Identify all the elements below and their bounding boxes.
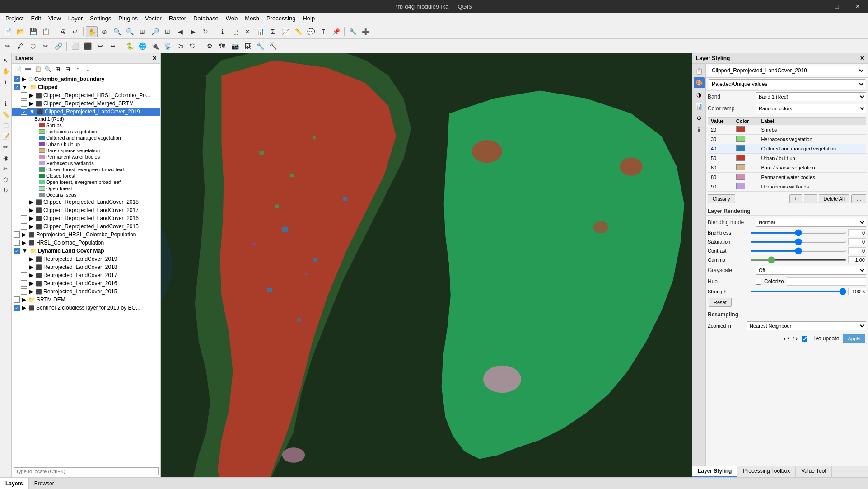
layer-item[interactable]: ▶ ⬛ Clipped_Reprojected_HRSL_Colombo_Po.… <box>12 91 160 99</box>
layer-item[interactable]: ▶ ⬛ Reprojected_LandCover_2016 <box>12 279 160 287</box>
form-tool[interactable]: 📝 <box>1 131 11 141</box>
expand-icon[interactable]: ▶ <box>22 231 26 238</box>
menu-layer[interactable]: Layer <box>65 14 87 23</box>
color-cell[interactable] <box>733 135 758 144</box>
layer-item[interactable]: ▶ ⬛ Reprojected_LandCover_2017 <box>12 271 160 279</box>
digitize-btn8[interactable]: ↩ <box>94 41 106 52</box>
layer-visibility-check[interactable] <box>21 100 27 107</box>
classify-button[interactable]: Classify <box>708 194 735 203</box>
reshape-tool[interactable]: ⬡ <box>1 174 11 184</box>
expand-icon[interactable]: ▶ <box>29 92 33 99</box>
plugin-btn2[interactable]: 🌐 <box>136 41 148 52</box>
transparency-icon[interactable]: ◑ <box>694 89 705 100</box>
table-row[interactable]: 40 Cultured and managed vegetation <box>708 144 866 154</box>
layer-visibility-check[interactable] <box>21 223 27 230</box>
expand-icon[interactable]: ▶ <box>29 272 33 278</box>
symbology-icon[interactable]: 🎨 <box>694 77 705 88</box>
digitize-tool[interactable]: ✏ <box>1 142 11 152</box>
filter-layer-btn[interactable]: 🔍 <box>43 65 52 74</box>
layer-item[interactable]: ▶ ⬛ Reprojected_HRSL_Colombo_Population <box>12 230 160 239</box>
gamma-slider[interactable] <box>750 259 846 261</box>
color-ramp-select[interactable]: Random colors <box>756 104 866 113</box>
statistics-button[interactable]: Σ <box>267 26 279 37</box>
save-as-button[interactable]: 📋 <box>40 26 51 37</box>
brightness-slider[interactable] <box>750 232 846 234</box>
digitize-btn5[interactable]: 🔗 <box>52 41 64 52</box>
zoom-last-button[interactable]: ◀ <box>174 26 186 37</box>
expand-all-btn[interactable]: ⊞ <box>53 65 62 74</box>
map-canvas[interactable] <box>161 53 692 477</box>
refresh-button[interactable]: ↻ <box>200 26 211 37</box>
expand-icon[interactable]: ▶ <box>22 296 26 303</box>
layer-visibility-check[interactable] <box>21 280 27 287</box>
layer-item[interactable]: ▶ ⬛ Clipped_Reprojected_LandCover_2017 <box>12 206 160 214</box>
layer-visibility-check[interactable]: ✓ <box>14 248 20 254</box>
layer-visibility-check[interactable] <box>21 215 27 221</box>
saturation-slider[interactable] <box>750 241 846 243</box>
metadata-icon[interactable]: ℹ <box>694 124 705 135</box>
layer-item[interactable]: ▶ ⬛ Clipped_Reprojected_LandCover_2018 <box>12 198 160 206</box>
color-cell[interactable] <box>733 182 758 192</box>
close-button[interactable]: ✕ <box>847 0 868 13</box>
layer-item[interactable]: ▶ ⬛ Clipped_Reprojected_LandCover_2016 <box>12 214 160 222</box>
menu-raster[interactable]: Raster <box>165 14 190 23</box>
menu-edit[interactable]: Edit <box>27 14 44 23</box>
zoom-in-button[interactable]: 🔍 <box>111 26 123 37</box>
menu-plugins[interactable]: Plugins <box>115 14 141 23</box>
expand-icon[interactable]: ▼ <box>22 248 28 254</box>
menu-project[interactable]: Project <box>2 14 27 23</box>
layer-calc-button[interactable]: 📈 <box>280 26 291 37</box>
measure-tool[interactable]: 📏 <box>1 109 11 119</box>
layer-item[interactable]: ▶ 📁 SRTM DEM <box>12 296 160 304</box>
split-tool[interactable]: ✂ <box>1 164 11 174</box>
expand-icon[interactable]: ▶ <box>22 240 26 246</box>
expand-icon[interactable]: ▶ <box>29 199 33 205</box>
plugin-btn4[interactable]: 📡 <box>162 41 173 52</box>
color-cell[interactable] <box>733 173 758 182</box>
expand-icon[interactable]: ▶ <box>22 76 26 82</box>
tab-processing-toolbox[interactable]: Processing Toolbox <box>737 466 796 477</box>
search-input[interactable] <box>14 467 159 475</box>
layer-item[interactable]: ▶ ⬛ Clipped_Reprojected_Merged_SRTM <box>12 99 160 108</box>
color-cell[interactable] <box>733 125 758 135</box>
map-annot-button[interactable]: 📌 <box>330 26 342 37</box>
menu-web[interactable]: Web <box>222 14 242 23</box>
colorize-color[interactable] <box>787 277 866 286</box>
georef-btn2[interactable]: 🗺 <box>216 41 228 52</box>
rotate-tool[interactable]: ↻ <box>1 185 11 195</box>
layer-item[interactable]: ✓ ▼ 📁 Dynamic Land Cover Map <box>12 247 160 255</box>
renderer-select[interactable]: Paletted/Unique values <box>709 79 865 89</box>
digitize-btn7[interactable]: ⬛ <box>82 41 93 52</box>
table-row[interactable]: 50 Urban / built-up <box>708 154 866 163</box>
undo-button[interactable]: ↩ <box>69 26 81 37</box>
layer-visibility-check[interactable] <box>21 256 27 262</box>
layer-visibility-check[interactable] <box>21 272 27 278</box>
layer-item[interactable]: ▶ ⬛ HRSL_Colombo_Population <box>12 239 160 247</box>
layer-visibility-check[interactable] <box>21 264 27 270</box>
table-row[interactable]: 60 Bare / sparse vegetation <box>708 163 866 173</box>
layer-item-active[interactable]: ✓ ▼ ⬛ Clipped_Reprojected_LandCover_2019 <box>12 108 160 116</box>
digitize-btn6[interactable]: ⬜ <box>69 41 81 52</box>
expand-icon[interactable]: ▶ <box>22 305 26 311</box>
menu-help[interactable]: Help <box>299 14 318 23</box>
grayscale-select[interactable]: Off <box>756 266 866 275</box>
pan-tool-left[interactable]: ✋ <box>1 66 11 76</box>
layer-visibility-check[interactable] <box>21 199 27 205</box>
more-options-button[interactable]: … <box>851 194 866 203</box>
color-cell[interactable] <box>733 154 758 163</box>
live-update-checkbox[interactable] <box>802 336 807 342</box>
layer-item[interactable]: ✓ ▶ ⬡ Colombo_admin_boundary <box>12 75 160 83</box>
new-project-button[interactable]: 📄 <box>2 26 14 37</box>
tab-layers[interactable]: Layers <box>0 478 29 489</box>
layer-visibility-check[interactable]: ✓ <box>14 84 20 90</box>
remove-class-button[interactable]: − <box>804 194 817 203</box>
tab-layer-styling[interactable]: Layer Styling <box>692 466 737 477</box>
contrast-slider[interactable] <box>750 250 846 252</box>
field-calc-button[interactable]: 🔧 <box>347 26 359 37</box>
plugin-btn1[interactable]: 🐍 <box>124 41 135 52</box>
info-button[interactable]: ℹ <box>216 26 228 37</box>
save-project-button[interactable]: 💾 <box>27 26 39 37</box>
node-tool[interactable]: ◉ <box>1 153 11 163</box>
undo-styling-icon[interactable]: ↩ <box>784 335 789 342</box>
blending-mode-select[interactable]: Normal <box>756 218 866 227</box>
